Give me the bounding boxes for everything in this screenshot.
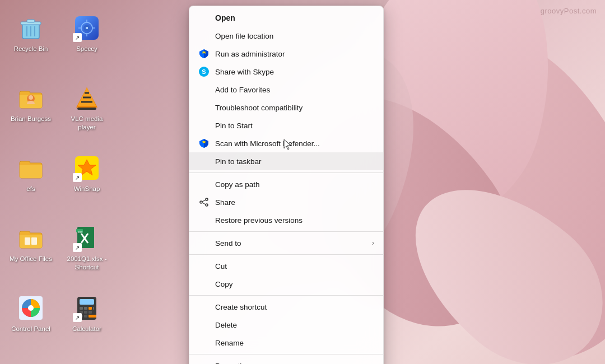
open-file-location-label: Open file location: [215, 32, 374, 40]
rename-label: Rename: [215, 339, 374, 347]
properties-label: Properties: [215, 362, 374, 365]
divider-5: [189, 354, 383, 354]
svg-point-34: [28, 305, 34, 311]
context-menu-item-pin-start[interactable]: Pin to Start: [189, 116, 383, 134]
create-shortcut-label: Create shortcut: [215, 303, 374, 311]
divider-4: [189, 295, 383, 296]
run-as-admin-label: Run as administrator: [215, 50, 374, 58]
cut-label: Cut: [215, 262, 374, 270]
desktop-icon-winsnap[interactable]: ↗ WinSnap: [62, 148, 112, 216]
svg-rect-37: [80, 307, 83, 310]
my-office-files-label: My Office Files: [10, 255, 52, 263]
context-menu-item-pin-taskbar[interactable]: Pin to taskbar: [189, 152, 383, 170]
control-panel-icon: [17, 294, 45, 322]
context-menu: Open Open file location Run as administr…: [189, 6, 384, 364]
recycle-bin-label: Recycle Bin: [14, 45, 48, 53]
troubleshoot-label: Troubleshoot compatibility: [215, 104, 374, 112]
share-label: Share: [215, 198, 374, 207]
send-to-label: Send to: [215, 239, 372, 248]
desktop-icon-vlc[interactable]: VLC mediaplayer: [62, 78, 112, 146]
my-office-files-icon: [17, 224, 45, 252]
calculator-label: Calculator: [72, 325, 101, 333]
context-menu-item-properties[interactable]: Properties: [189, 357, 383, 364]
share-icon: [198, 197, 210, 208]
create-shortcut-icon: [198, 301, 210, 312]
context-menu-item-send-to[interactable]: Send to ›: [189, 234, 383, 252]
svg-rect-38: [84, 307, 87, 310]
svg-rect-21: [77, 108, 96, 110]
share-skype-label: Share with Skype: [215, 68, 374, 76]
desktop-icon-speccy[interactable]: ↗ Speccy: [62, 8, 112, 76]
vlc-icon: [73, 84, 101, 112]
restore-versions-label: Restore previous versions: [215, 216, 374, 225]
watermark: groovyPost.com: [541, 7, 597, 15]
desktop-icon-recycle-bin[interactable]: Recycle Bin: [6, 8, 56, 76]
open-file-location-icon: [198, 30, 210, 41]
desktop-icon-brian-burgess[interactable]: Brian Burgess: [6, 78, 56, 146]
add-favorites-label: Add to Favorites: [215, 86, 374, 94]
copy-as-path-icon: [198, 179, 210, 190]
svg-rect-36: [80, 299, 94, 305]
context-menu-item-copy[interactable]: Copy: [189, 275, 383, 293]
svg-point-15: [29, 95, 33, 100]
svg-rect-45: [84, 315, 87, 318]
svg-rect-42: [84, 311, 87, 314]
shortcut-arrow-winsnap: ↗: [73, 173, 82, 182]
svg-point-49: [206, 198, 208, 200]
pin-start-label: Pin to Start: [215, 122, 374, 130]
context-menu-item-share-skype[interactable]: S Share with Skype: [189, 63, 383, 81]
context-menu-item-troubleshoot[interactable]: Troubleshoot compatibility: [189, 99, 383, 116]
desktop-icon-my-office-files[interactable]: My Office Files: [6, 218, 56, 286]
efs-label: efs: [26, 185, 35, 193]
context-menu-item-delete[interactable]: Delete: [189, 316, 383, 334]
svg-line-53: [202, 203, 206, 204]
speccy-icon: ↗: [73, 14, 101, 42]
context-menu-item-run-as-admin[interactable]: Run as administrator: [189, 45, 383, 63]
svg-rect-24: [25, 237, 30, 245]
brian-burgess-label: Brian Burgess: [11, 115, 51, 123]
excel-shortcut-icon: xlsx ↗: [73, 224, 101, 252]
desktop-icon-control-panel[interactable]: Control Panel: [6, 288, 56, 356]
context-menu-item-create-shortcut[interactable]: Create shortcut: [189, 298, 383, 316]
context-menu-item-copy-as-path[interactable]: Copy as path: [189, 175, 383, 193]
svg-text:xlsx: xlsx: [78, 230, 83, 234]
context-menu-item-restore-versions[interactable]: Restore previous versions: [189, 211, 383, 229]
svg-line-52: [202, 200, 206, 202]
add-favorites-icon: [198, 84, 210, 95]
svg-rect-43: [89, 311, 92, 314]
context-menu-item-add-favorites[interactable]: Add to Favorites: [189, 81, 383, 99]
context-menu-item-cut[interactable]: Cut: [189, 257, 383, 275]
scan-defender-label: Scan with Microsoft Defender...: [215, 139, 374, 148]
shortcut-arrow-speccy: ↗: [73, 33, 82, 42]
desktop-icon-area: Recycle Bin ↗: [0, 0, 118, 364]
context-menu-item-rename[interactable]: Rename: [189, 334, 383, 352]
efs-icon: [17, 154, 45, 182]
shortcut-arrow-calc: ↗: [73, 313, 82, 322]
copy-as-path-label: Copy as path: [215, 180, 374, 189]
cut-icon: [198, 260, 210, 272]
send-to-icon: [198, 237, 210, 249]
winsnap-icon: ↗: [73, 154, 101, 182]
context-menu-item-scan-defender[interactable]: Scan with Microsoft Defender...: [189, 134, 383, 152]
send-to-arrow: ›: [372, 239, 374, 247]
desktop-icon-calculator[interactable]: ↗ Calculator: [62, 288, 112, 356]
calculator-icon: ↗: [73, 294, 101, 322]
desktop-icon-efs[interactable]: efs: [6, 148, 56, 216]
desktop-icon-excel-shortcut[interactable]: xlsx ↗ 2001Q1.xlsx -Shortcut: [62, 218, 112, 286]
brian-burgess-icon: [17, 84, 45, 112]
pin-taskbar-label: Pin to taskbar: [215, 157, 374, 166]
divider-2: [189, 231, 383, 232]
context-menu-item-share[interactable]: Share: [189, 193, 383, 211]
delete-icon: [198, 319, 210, 330]
context-menu-item-open[interactable]: Open: [189, 9, 383, 27]
properties-icon: [198, 360, 210, 364]
copy-label: Copy: [215, 280, 374, 288]
control-panel-label: Control Panel: [11, 325, 50, 333]
divider-3: [189, 254, 383, 255]
svg-rect-25: [31, 237, 37, 245]
svg-rect-2: [27, 20, 35, 22]
restore-versions-icon: [198, 214, 210, 226]
rename-icon: [198, 337, 210, 348]
context-menu-item-open-file-location[interactable]: Open file location: [189, 27, 383, 45]
speccy-label: Speccy: [76, 45, 97, 53]
